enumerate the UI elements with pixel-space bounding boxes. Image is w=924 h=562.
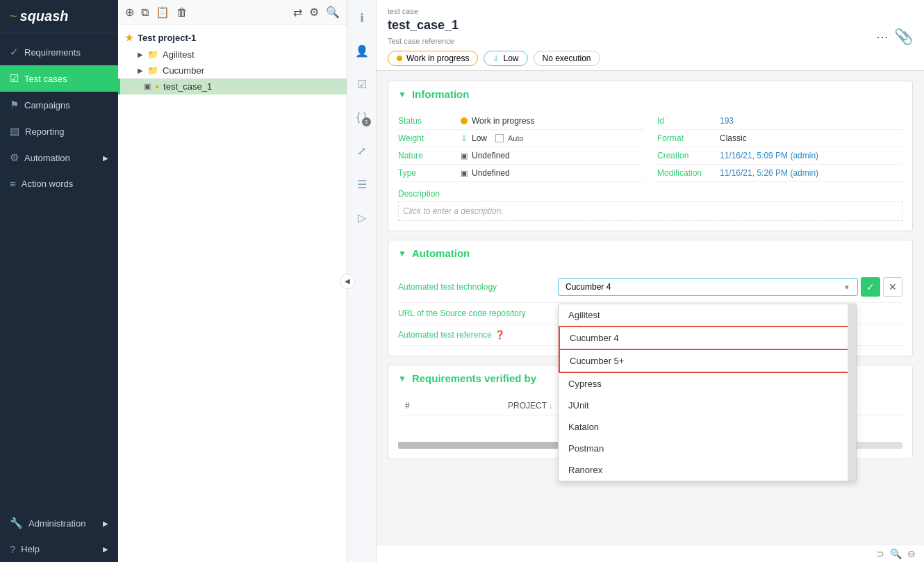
header-right: ⋯ 📎 <box>876 28 913 46</box>
dropdown-item-agilitest[interactable]: Agilitest <box>559 304 856 326</box>
add-icon[interactable]: ⊕ <box>125 6 134 19</box>
share-tab-icon[interactable]: ⤢ <box>352 140 372 161</box>
check-tab-icon[interactable]: ☑ <box>352 74 372 94</box>
automation-section: ▼ Automation Automated test technology C… <box>388 240 913 356</box>
logo-text: squash <box>20 8 69 24</box>
requirements-toggle-icon: ▼ <box>398 374 406 383</box>
sidebar-item-action-words[interactable]: ≡ Action words <box>0 171 118 197</box>
sidebar-item-reporting[interactable]: ▤ Reporting <box>0 118 118 144</box>
description-input[interactable]: Click to enter a description. <box>398 201 902 221</box>
copy-icon[interactable]: ⧉ <box>141 6 149 19</box>
folder-collapse-icon-2: ▶ <box>138 67 143 74</box>
tree-toolbar: ⊕ ⧉ 📋 🗑 ⇄ ⚙ 🔍 <box>118 0 347 25</box>
tree-panel: ⊕ ⧉ 📋 🗑 ⇄ ⚙ 🔍 ★ Test project-1 ▶ 📁 Agili… <box>118 0 347 562</box>
info-right-col: Id 193 Format Classic Creation 11/16/21,… <box>657 113 902 182</box>
star-icon: ★ <box>125 33 133 43</box>
tree-project[interactable]: ★ Test project-1 <box>118 29 347 47</box>
logo-icon: ~ <box>10 9 17 24</box>
nature-icon: ▣ <box>461 151 468 160</box>
priority-arrow: ⇓ <box>493 54 499 63</box>
dropdown-item-katalon[interactable]: Katalon <box>559 416 856 438</box>
information-body: Status Work in progress Weight ⇓ Low <box>388 107 912 231</box>
page-title: test_case_1 <box>388 18 600 33</box>
cancel-button[interactable]: ✕ <box>883 277 902 297</box>
information-section: ▼ Information Status Work in progress <box>388 81 913 231</box>
info-grid: Status Work in progress Weight ⇓ Low <box>398 113 902 182</box>
status-indicator <box>461 117 468 124</box>
info-row-id: Id 193 <box>657 113 902 130</box>
dropdown-item-cypress[interactable]: Cypress <box>559 373 856 395</box>
info-row-nature: Nature ▣ Undefined <box>398 147 643 165</box>
info-tab-icon[interactable]: ℹ <box>352 7 372 28</box>
select-dropdown-arrow: ▼ <box>843 283 850 291</box>
sidebar-item-campaigns[interactable]: ⚑ Campaigns <box>0 92 118 118</box>
action-words-icon: ≡ <box>10 178 16 190</box>
info-row-type: Type ▣ Undefined <box>398 165 643 182</box>
help-icon[interactable]: ❓ <box>495 330 505 340</box>
information-section-header[interactable]: ▼ Information <box>388 81 912 107</box>
test-cases-icon: ☑ <box>10 72 19 85</box>
dropdown-item-junit[interactable]: JUnit <box>559 395 856 416</box>
folder-icon-2: 📁 <box>147 65 158 76</box>
tree-item-test-case-1[interactable]: ▣ ● test_case_1 <box>118 78 347 94</box>
sidebar-item-automation[interactable]: ⚙ Automation ▶ <box>0 144 118 171</box>
code-tab-icon[interactable]: { } 3 <box>352 107 372 128</box>
auto-label: Auto <box>508 134 524 142</box>
collapse-panel-button[interactable]: ◀ <box>340 274 355 289</box>
reference-label: Test case reference <box>388 37 600 45</box>
requirements-icon: ✓ <box>10 46 19 58</box>
help-icon: ? <box>10 543 15 555</box>
user-tab-icon[interactable]: 👤 <box>352 40 372 61</box>
exchange-icon[interactable]: ⇄ <box>293 6 302 19</box>
technology-dropdown: Agilitest Cucumber 4 Cucumber 5+ Cypress… <box>558 304 857 481</box>
technology-select[interactable]: Cucumber 4 ▼ <box>558 278 858 296</box>
logo: ~ squash <box>0 0 118 33</box>
dropdown-item-cucumber4[interactable]: Cucumber 4 <box>559 326 856 350</box>
dropdown-item-ranorex[interactable]: Ranorex <box>559 459 856 481</box>
tree-folder-cucumber[interactable]: ▶ 📁 Cucumber <box>118 63 347 78</box>
automation-icon: ⚙ <box>10 151 19 164</box>
status-badge[interactable]: Work in progress <box>388 51 478 66</box>
reporting-icon: ▤ <box>10 125 19 138</box>
auto-checkbox[interactable] <box>495 134 504 142</box>
automation-section-header[interactable]: ▼ Automation <box>388 240 912 266</box>
tree-folder-agilitest[interactable]: ▶ 📁 Agilitest <box>118 47 347 63</box>
main-header: test case test_case_1 Test case referenc… <box>377 0 924 71</box>
sidebar-nav: ✓ Requirements ☑ Test cases ⚑ Campaigns … <box>0 33 118 562</box>
info-row-modification: Modification 11/16/21, 5:26 PM (admin) <box>657 165 902 182</box>
folder-collapse-icon: ▶ <box>138 51 143 58</box>
dropdown-item-postman[interactable]: Postman <box>559 438 856 459</box>
sidebar-item-administration[interactable]: 🔧 Administration ▶ <box>0 510 118 536</box>
administration-icon: 🔧 <box>10 517 23 529</box>
content-body: ▼ Information Status Work in progress <box>377 71 924 545</box>
paste-icon[interactable]: 📋 <box>156 6 170 19</box>
play-tab-icon[interactable]: ▷ <box>352 207 372 228</box>
zoom-fit-icon[interactable]: ⊃ <box>876 548 884 559</box>
sort-icon: ↓ <box>549 402 552 410</box>
execution-badge[interactable]: No execution <box>534 51 600 66</box>
zoom-out-icon[interactable]: ⊖ <box>907 548 916 559</box>
sidebar-item-test-cases[interactable]: ☑ Test cases <box>0 65 118 92</box>
settings-icon[interactable]: ⚙ <box>309 6 319 19</box>
description-area: Description Click to enter a description… <box>398 189 902 221</box>
main-content: test case test_case_1 Test case referenc… <box>377 0 924 562</box>
header-left: test case test_case_1 Test case referenc… <box>388 7 600 66</box>
dropdown-item-cucumber5[interactable]: Cucumber 5+ <box>559 350 856 373</box>
weight-arrow-icon: ⇓ <box>461 133 468 143</box>
zoom-in-icon[interactable]: 🔍 <box>890 548 902 559</box>
search-tree-icon[interactable]: 🔍 <box>326 6 340 19</box>
automation-technology-field: Automated test technology Cucumber 4 ▼ ✓… <box>398 272 902 303</box>
code-badge: 3 <box>362 117 371 126</box>
priority-badge[interactable]: ⇓ Low <box>484 51 527 66</box>
info-row-weight: Weight ⇓ Low Auto <box>398 130 643 147</box>
more-options-icon[interactable]: ⋯ <box>876 29 889 44</box>
technology-select-wrapper: Cucumber 4 ▼ ✓ ✕ Agilitest Cucumber 4 Cu… <box>558 277 902 297</box>
delete-icon[interactable]: 🗑 <box>176 6 188 19</box>
dropdown-scrollbar[interactable] <box>848 304 856 481</box>
sidebar-item-requirements[interactable]: ✓ Requirements <box>0 39 118 65</box>
administration-chevron: ▶ <box>103 520 108 527</box>
sidebar-item-help[interactable]: ? Help ▶ <box>0 536 118 562</box>
list-tab-icon[interactable]: ☰ <box>352 174 372 195</box>
attachment-icon[interactable]: 📎 <box>894 28 913 46</box>
confirm-button[interactable]: ✓ <box>861 277 880 297</box>
